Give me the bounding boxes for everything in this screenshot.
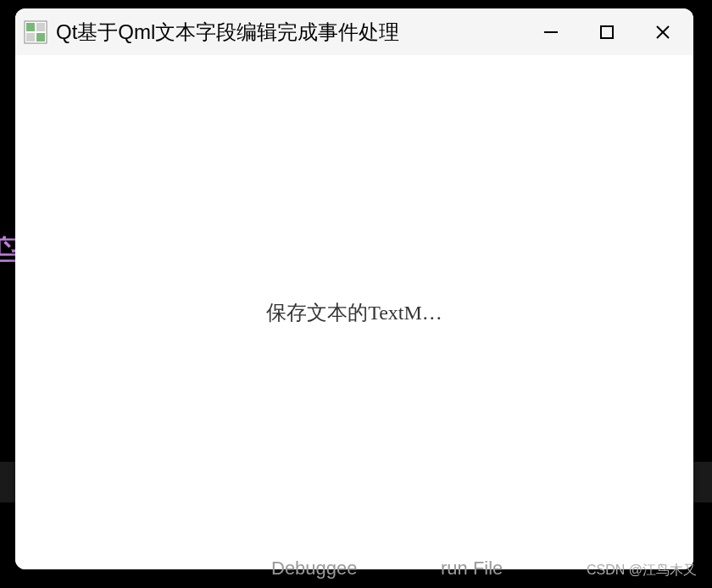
svg-rect-2 [36, 23, 45, 31]
close-button[interactable] [653, 22, 673, 42]
svg-rect-6 [601, 26, 613, 38]
window-title: Qt基于Qml文本字段编辑完成事件处理 [56, 19, 541, 46]
titlebar[interactable]: Qt基于Qml文本字段编辑完成事件处理 [15, 8, 693, 55]
minimize-button[interactable] [541, 22, 561, 42]
svg-rect-1 [26, 23, 35, 31]
background-runfile-label: run File [441, 557, 503, 580]
maximize-button[interactable] [597, 22, 617, 42]
window-controls [541, 22, 673, 42]
app-icon [24, 20, 47, 44]
svg-rect-4 [36, 33, 45, 42]
svg-rect-3 [26, 33, 35, 42]
text-field-display[interactable]: 保存文本的TextM… [266, 299, 442, 326]
watermark: CSDN @江鸟木又 [587, 562, 697, 580]
content-area: 保存文本的TextM… [15, 55, 693, 569]
background-debuggee-label: Debuggee [271, 557, 358, 580]
application-window: Qt基于Qml文本字段编辑完成事件处理 保存文本的TextM… [15, 8, 693, 569]
